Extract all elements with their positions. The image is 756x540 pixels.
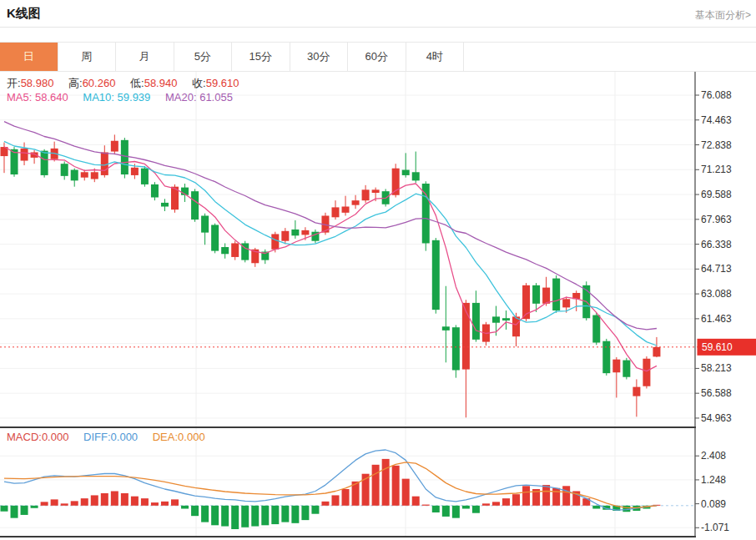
macd-histogram [1, 459, 661, 529]
candle [402, 153, 410, 177]
candle [161, 199, 169, 211]
candle [231, 241, 239, 260]
candle [442, 286, 450, 363]
macd-value: 0.000 [42, 431, 69, 443]
candle [151, 182, 159, 200]
candle [552, 275, 560, 313]
tab-week[interactable]: 周 [58, 43, 117, 71]
candle [452, 325, 460, 377]
ma20-value: 61.055 [199, 91, 233, 103]
axis-tick-label: 66.338 [701, 239, 732, 250]
axis-tick-label: 74.463 [701, 114, 732, 126]
tab-day[interactable]: 日 [0, 43, 58, 71]
axis-tick-label: 61.463 [701, 313, 732, 325]
tab-4hour[interactable]: 4时 [406, 43, 465, 71]
axis-tick-label: 2.408 [701, 450, 726, 462]
candle [141, 166, 149, 187]
close-value: 59.610 [206, 77, 239, 89]
axis-tick-label: 64.713 [701, 263, 732, 275]
high-label: 高: [68, 77, 83, 89]
chart-frame [0, 72, 696, 537]
candle [281, 228, 289, 244]
axis-tick-label: 76.088 [701, 89, 732, 101]
candle [362, 185, 370, 203]
axis-tick-label: 58.213 [701, 362, 732, 374]
chart-area: 76.08874.46372.83871.21369.58867.96366.3… [0, 72, 756, 540]
axis-tick-label: 69.588 [701, 189, 732, 200]
candle [41, 149, 48, 178]
macd-label: MACD: [7, 431, 42, 443]
high-value: 60.260 [83, 77, 116, 89]
tab-30min[interactable]: 30分 [290, 43, 349, 71]
candle [291, 220, 299, 239]
page-title: K线图 [7, 6, 41, 22]
candle [643, 356, 650, 388]
dea-value: 0.000 [178, 431, 205, 443]
open-label: 开: [7, 77, 21, 89]
candle [342, 196, 350, 216]
axis-tick-label: 72.838 [701, 139, 732, 151]
ohlc-readout: 开:58.980 高:60.260 低:58.940 收:59.610 [7, 76, 250, 91]
candle [61, 161, 68, 179]
tab-60min[interactable]: 60分 [348, 43, 406, 71]
candle [111, 134, 118, 154]
candle [221, 243, 229, 258]
fundamental-analysis-link[interactable]: 基本面分析> [695, 8, 751, 23]
candle [261, 250, 269, 264]
ma5-label: MA5: [7, 91, 32, 103]
candle [412, 152, 420, 184]
axis-tick-label: 67.963 [701, 214, 732, 225]
candle [101, 145, 108, 177]
diff-value: 0.000 [111, 431, 139, 443]
ma20-label: MA20: [165, 91, 197, 103]
diff-label: DIFF: [83, 431, 111, 443]
axis-tick-label: 56.588 [701, 387, 732, 399]
candle [472, 290, 480, 341]
kline-chart-canvas[interactable]: 76.08874.46372.83871.21369.58867.96366.3… [0, 72, 756, 540]
low-label: 低: [130, 77, 144, 89]
candle [21, 143, 28, 165]
dea-label: DEA: [153, 431, 178, 443]
candle [191, 189, 199, 221]
price-axis-labels: 76.08874.46372.83871.21369.58867.96366.3… [695, 89, 732, 533]
tab-15min[interactable]: 15分 [232, 43, 290, 71]
candle [542, 277, 550, 306]
tab-month[interactable]: 月 [116, 43, 174, 71]
candle [121, 138, 129, 179]
candle [241, 241, 249, 263]
candle [311, 230, 319, 243]
candle [592, 313, 600, 345]
candle [71, 169, 78, 187]
candle [211, 224, 219, 254]
candle [331, 200, 339, 220]
ma10-value: 59.939 [118, 91, 151, 103]
close-label: 收: [192, 77, 206, 89]
axis-tick-label: 0.089 [701, 498, 726, 510]
ma10-label: MA10: [83, 91, 114, 103]
axis-tick-label: 1.248 [701, 474, 726, 486]
candle [432, 238, 440, 314]
axis-tick-label: 54.963 [701, 412, 732, 424]
ma5-line [4, 147, 657, 371]
ma-readout: MA5: 58.640 MA10: 59.939 MA20: 61.055 [7, 91, 244, 103]
candle [633, 379, 640, 416]
axis-tick-label: 63.088 [701, 288, 732, 300]
candle [352, 195, 360, 209]
period-tabbar: 日 周 月 5分 15分 30分 60分 4时 [0, 42, 756, 72]
candle [522, 283, 530, 321]
candle [81, 170, 88, 181]
candle [622, 358, 630, 380]
open-value: 58.980 [21, 77, 54, 89]
candle [612, 357, 620, 398]
tab-5min[interactable]: 5分 [174, 43, 233, 71]
axis-tick-label: 71.213 [701, 164, 732, 175]
candle [201, 214, 209, 245]
ma5-value: 58.640 [35, 91, 68, 103]
candle [502, 310, 510, 330]
candle [572, 290, 580, 311]
axis-tick-label: -1.071 [701, 522, 729, 533]
candle [31, 150, 38, 164]
low-value: 58.940 [144, 77, 178, 89]
current-price-badge-value: 59.610 [702, 341, 733, 353]
widget-header: K线图 基本面分析> [0, 0, 756, 28]
